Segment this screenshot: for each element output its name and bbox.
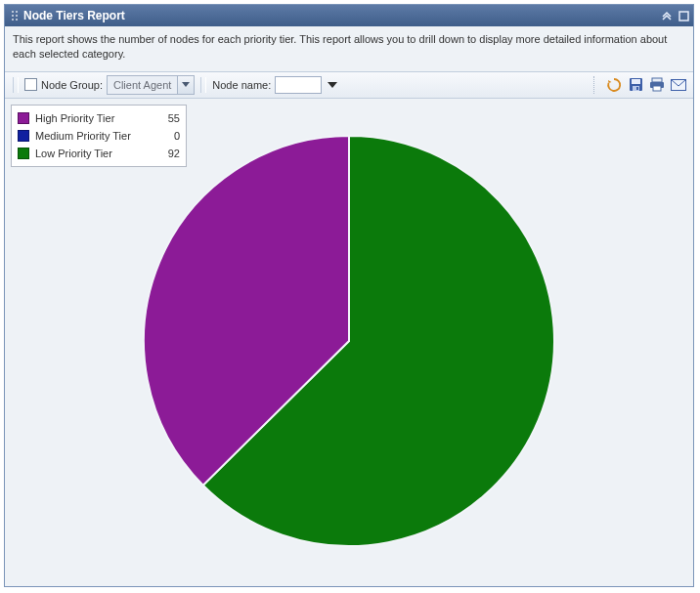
report-panel: Node Tiers Report This report shows the … <box>4 4 694 587</box>
node-group-checkbox[interactable] <box>24 78 37 91</box>
email-icon[interactable] <box>670 76 687 94</box>
title-bar[interactable]: Node Tiers Report <box>5 5 693 26</box>
save-icon[interactable] <box>627 76 644 94</box>
toolbar-separator <box>200 77 206 93</box>
node-group-value: Client Agent <box>108 79 177 91</box>
svg-rect-5 <box>652 78 662 82</box>
svg-rect-7 <box>653 86 661 91</box>
refresh-icon[interactable] <box>605 76 623 94</box>
legend-label: High Priority Tier <box>35 112 156 124</box>
toolbar-separator <box>13 77 19 93</box>
pie-chart[interactable] <box>139 131 559 553</box>
panel-title: Node Tiers Report <box>23 9 125 22</box>
chevron-down-icon[interactable] <box>326 76 339 94</box>
print-icon[interactable] <box>648 76 666 94</box>
legend-value: 55 <box>162 112 180 124</box>
legend-item[interactable]: High Priority Tier 55 <box>18 109 180 127</box>
legend-swatch-high <box>18 112 29 124</box>
node-name-input[interactable] <box>275 76 322 94</box>
grip-icon <box>11 10 20 21</box>
legend-swatch-low <box>18 148 29 159</box>
node-name-label: Node name: <box>212 79 271 91</box>
svg-rect-2 <box>632 79 640 84</box>
svg-rect-4 <box>636 87 638 90</box>
legend-swatch-medium <box>18 130 29 142</box>
toolbar-separator <box>593 76 598 94</box>
chart-area: High Priority Tier 55 Medium Priority Ti… <box>5 99 693 586</box>
svg-rect-0 <box>679 12 688 21</box>
maximize-icon[interactable] <box>678 11 689 21</box>
collapse-icon[interactable] <box>661 10 673 21</box>
node-group-label: Node Group: <box>41 79 103 91</box>
chevron-down-icon[interactable] <box>177 76 194 94</box>
toolbar: Node Group: Client Agent Node name: <box>5 71 693 99</box>
report-description: This report shows the number of nodes fo… <box>5 26 693 71</box>
node-group-select[interactable]: Client Agent <box>107 75 195 95</box>
